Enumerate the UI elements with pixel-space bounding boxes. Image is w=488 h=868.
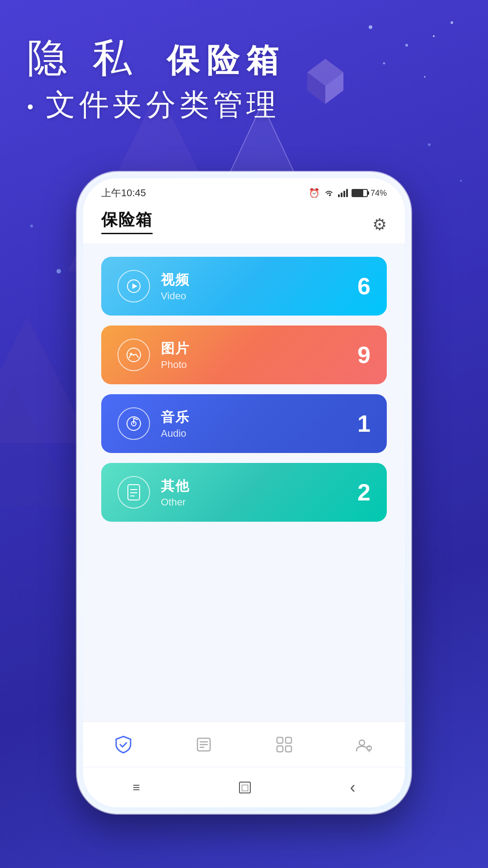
svg-point-9 — [405, 44, 408, 47]
video-icon — [117, 270, 150, 302]
app-title: 保险箱 — [101, 209, 153, 231]
header-subtitle: 文件夹分类管理 — [27, 85, 286, 125]
photo-label-cn: 图片 — [161, 340, 190, 358]
status-time: 上午10:45 — [101, 186, 146, 200]
svg-marker-5 — [307, 72, 325, 104]
battery-indicator: 74% — [352, 189, 387, 198]
svg-marker-23 — [132, 283, 137, 289]
phone-mockup: 上午10:45 ⏰ — [77, 172, 411, 814]
audio-label-cn: 音乐 — [161, 408, 190, 427]
photo-count: 9 — [357, 341, 371, 368]
svg-point-8 — [369, 25, 372, 29]
svg-rect-20 — [343, 191, 345, 197]
safe-nav-icon — [113, 735, 133, 755]
svg-point-40 — [359, 740, 365, 745]
android-back-btn[interactable]: ‹ — [350, 778, 355, 797]
android-menu-btn[interactable]: ≡ — [133, 780, 140, 795]
svg-point-25 — [130, 353, 132, 355]
android-home-btn[interactable]: □ — [239, 782, 251, 793]
video-card-left: 视频 Video — [117, 270, 190, 302]
alarm-icon: ⏰ — [309, 188, 320, 198]
nav-apps[interactable] — [266, 726, 302, 763]
header-title: 隐 私 保险箱 — [27, 36, 286, 80]
svg-point-10 — [383, 62, 385, 65]
app-title-underline — [101, 233, 153, 234]
user-nav-icon — [355, 735, 375, 755]
photo-label-en: Photo — [161, 359, 190, 371]
other-count: 2 — [357, 479, 371, 506]
audio-card[interactable]: 音乐 Audio 1 — [101, 394, 387, 453]
audio-label-en: Audio — [161, 428, 190, 439]
other-label-cn: 其他 — [161, 477, 190, 495]
svg-point-15 — [30, 225, 33, 227]
nav-list[interactable] — [186, 726, 222, 763]
settings-button[interactable]: ⚙ — [372, 215, 387, 234]
video-count: 6 — [357, 273, 371, 300]
bottom-nav — [83, 722, 405, 767]
photo-card[interactable]: 图片 Photo 9 — [101, 326, 387, 384]
svg-point-12 — [450, 21, 453, 24]
svg-rect-19 — [341, 193, 343, 197]
status-bar: 上午10:45 ⏰ — [83, 178, 405, 204]
audio-icon — [117, 407, 150, 440]
svg-point-14 — [56, 269, 61, 274]
app-header: 保险箱 ⚙ — [83, 204, 405, 243]
svg-point-11 — [433, 35, 435, 37]
svg-rect-39 — [286, 746, 291, 752]
other-labels: 其他 Other — [161, 477, 190, 508]
video-label-en: Video — [161, 290, 190, 302]
svg-marker-3 — [0, 384, 77, 506]
video-card[interactable]: 视频 Video 6 — [101, 257, 387, 316]
header-title-main: 隐 私 — [27, 35, 139, 80]
signal-icon — [338, 189, 348, 197]
svg-point-16 — [428, 143, 431, 146]
video-label-cn: 视频 — [161, 271, 190, 289]
audio-labels: 音乐 Audio — [161, 408, 190, 439]
nav-safe[interactable] — [105, 726, 141, 763]
battery-percent: 74% — [371, 189, 387, 198]
svg-marker-4 — [307, 59, 343, 86]
svg-point-42 — [368, 745, 370, 747]
audio-card-left: 音乐 Audio — [117, 407, 190, 440]
app-content: 视频 Video 6 图片 — [83, 243, 405, 535]
list-nav-icon — [194, 735, 214, 755]
svg-point-17 — [460, 180, 462, 182]
android-nav: ≡ □ ‹ — [83, 768, 405, 807]
svg-marker-6 — [325, 72, 343, 104]
other-card-left: 其他 Other — [117, 476, 190, 509]
photo-icon — [117, 339, 150, 371]
svg-rect-36 — [277, 737, 283, 743]
svg-rect-37 — [286, 737, 291, 743]
svg-rect-38 — [277, 746, 283, 752]
svg-rect-21 — [346, 189, 348, 197]
phone-screen: 上午10:45 ⏰ — [83, 178, 405, 807]
header-title-sub: 保险箱 — [167, 42, 286, 78]
nav-user[interactable] — [347, 726, 383, 763]
header-section: 隐 私 保险箱 文件夹分类管理 — [27, 36, 286, 125]
apps-nav-icon — [274, 735, 294, 755]
status-icons: ⏰ 74% — [309, 188, 387, 198]
other-icon — [117, 476, 150, 509]
photo-card-left: 图片 Photo — [117, 339, 190, 371]
photo-labels: 图片 Photo — [161, 340, 190, 371]
video-labels: 视频 Video — [161, 271, 190, 302]
other-card[interactable]: 其他 Other 2 — [101, 463, 387, 522]
audio-count: 1 — [357, 410, 371, 437]
svg-point-13 — [424, 76, 426, 78]
wifi-icon — [324, 189, 334, 197]
app-title-wrapper: 保险箱 — [101, 209, 153, 234]
other-label-en: Other — [161, 496, 190, 508]
svg-rect-18 — [338, 194, 340, 197]
